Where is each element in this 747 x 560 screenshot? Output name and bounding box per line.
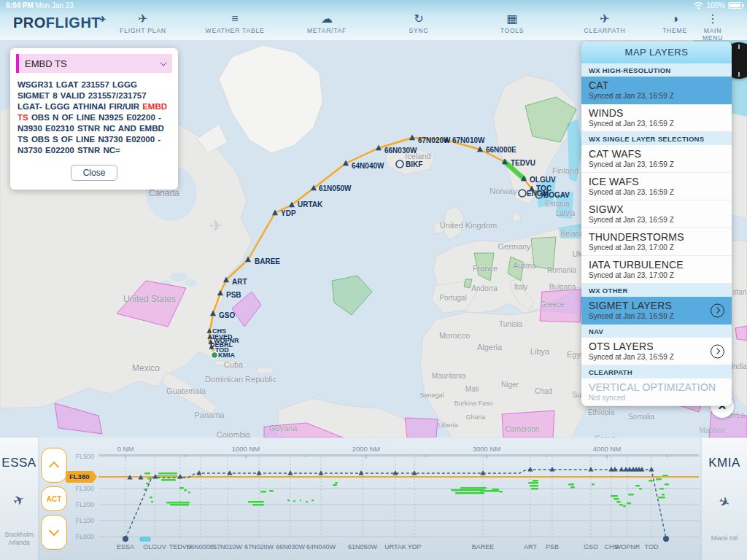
country-label: Austria <box>513 262 535 270</box>
layer-item-ots-layers[interactable]: OTS LAYERSSynced at Jan 23, 16:59 Z <box>581 338 732 365</box>
country-label: Canada <box>149 188 179 198</box>
country-label: Tunisia <box>499 320 522 328</box>
sigmet-type-value: EMBD TS <box>25 58 67 69</box>
chevron-right-circle-icon[interactable] <box>711 344 724 358</box>
country-label: Estonia <box>545 200 569 208</box>
layer-sync-status: Synced at Jan 23, 16:59 Z <box>589 188 724 196</box>
country-label: Chad <box>535 387 552 395</box>
layers-section-header: NAV <box>581 324 732 338</box>
country-label: Cuba <box>224 360 243 369</box>
battery-percent: 100% <box>706 1 725 9</box>
layer-sync-status: Synced at Jan 23, 16:59 Z <box>589 312 724 320</box>
svg-text:OLGUV: OLGUV <box>530 176 556 184</box>
profile-chart[interactable]: FL500FL300FL200FL100FL0000 NM1000 NM2000… <box>0 438 747 560</box>
layer-name: SIGMET LAYERS <box>589 300 724 311</box>
layer-item-cat-wafs[interactable]: CAT WAFSSynced at Jan 23, 16:59 Z <box>581 145 732 173</box>
layer-sync-status: Synced at Jan 23, 16:59 Z <box>589 216 724 224</box>
country-label: Bulgaria <box>549 283 576 291</box>
layers-section-header: WX OTHER <box>581 284 732 297</box>
battery-icon <box>728 2 743 9</box>
nav-item-clearpath[interactable]: ✈CLEARPATH <box>584 12 626 34</box>
layer-item-sigmet-layers[interactable]: SIGMET LAYERSSynced at Jan 23, 16:59 Z <box>581 297 732 324</box>
country-label: Morocco <box>439 331 470 340</box>
sigmet-type-dropdown[interactable]: EMBD TS <box>16 54 172 73</box>
layer-name: WINDS <box>589 107 724 119</box>
origin-panel: ESSA ✈ StockholmArlanda <box>0 438 38 560</box>
country-label: Norway <box>489 187 516 195</box>
layer-name: THUNDERSTORMS <box>589 231 724 243</box>
plane-icon: ✈ <box>120 12 166 25</box>
layer-item-thunderstorms[interactable]: THUNDERSTORMSSynced at Jan 23, 17:00 Z <box>581 228 732 256</box>
nav-item-main-menu[interactable]: ⋮MAIN MENU <box>696 12 730 42</box>
sigmet-close-button[interactable]: Close <box>71 165 118 181</box>
nav-item-metar-taf[interactable]: ☁METAR/TAF <box>307 12 347 34</box>
top-navigation-bar: 6:04 PM Mon Jan 23 100% PROFLIGHT✈ ✈FLIG… <box>0 0 747 40</box>
country-label: stan <box>733 288 747 296</box>
svg-text:YDP: YDP <box>281 209 296 217</box>
destination-panel: KMIA ✈ Miami Intl <box>702 438 747 560</box>
svg-text:PSB: PSB <box>226 291 241 299</box>
proflight-logo[interactable]: PROFLIGHT✈ <box>13 15 108 31</box>
country-label: Kenya <box>595 435 616 438</box>
nav-item-tools[interactable]: ▦TOOLS <box>500 12 525 34</box>
sigmet-text-before: WSGR31 LGAT 231557 LGGG SIGMET 8 VALID 2… <box>18 80 147 111</box>
layer-item-sigwx[interactable]: SIGWXSynced at Jan 23, 16:59 Z <box>581 201 732 228</box>
nav-item-label: METAR/TAF <box>307 27 347 34</box>
nav-item-flight-plan[interactable]: ✈FLIGHT PLAN <box>120 12 166 34</box>
svg-text:TQC: TQC <box>536 184 551 192</box>
country-label: Somalia <box>628 413 654 421</box>
country-label: Greece <box>541 300 565 308</box>
layer-item-cat[interactable]: CATSynced at Jan 23, 16:59 Z <box>581 77 732 104</box>
country-label: India <box>731 362 747 370</box>
country-label: Algeria <box>477 343 502 351</box>
origin-code: ESSA <box>0 456 38 470</box>
layer-name: VERTICAL OPTIMIZATION <box>589 381 724 393</box>
layer-sync-status: Synced at Jan 23, 17:00 Z <box>589 244 724 252</box>
svg-text:66N000E: 66N000E <box>187 543 214 551</box>
country-label: Ghana <box>465 413 485 421</box>
nav-item-weather-table[interactable]: ≡WEATHER TABLE <box>206 12 265 34</box>
list-icon: ≡ <box>206 12 265 25</box>
sync-icon: ↻ <box>409 12 429 25</box>
cloud-icon: ☁ <box>307 12 347 25</box>
country-label: United Kingdom <box>440 221 497 230</box>
nav-item-theme[interactable]: ◑THEME <box>662 12 687 34</box>
act-button[interactable]: ACT <box>41 486 67 511</box>
altitude-up-button[interactable] <box>41 448 67 483</box>
country-label: Portugal <box>439 294 466 302</box>
nav-item-sync[interactable]: ↻SYNC <box>409 12 429 34</box>
country-label: Germany <box>498 242 530 251</box>
nav-item-label: FLIGHT PLAN <box>120 27 166 34</box>
country-label: Mali <box>465 385 479 393</box>
country-label: Liberia <box>438 421 457 429</box>
svg-text:67N010W: 67N010W <box>213 543 243 551</box>
proflight-app: 6:04 PM Mon Jan 23 100% PROFLIGHT✈ ✈FLIG… <box>0 0 747 560</box>
map-layers-panel: MAP LAYERS WX HIGH-RESOLUTIONCATSynced a… <box>581 42 732 406</box>
chevron-up-icon <box>49 462 59 472</box>
svg-text:BAREE: BAREE <box>472 543 495 551</box>
departure-icon: ✈ <box>0 485 39 516</box>
country-label: Latvia <box>556 209 576 217</box>
country-label: Burkina Faso <box>454 400 492 407</box>
svg-text:66N000E: 66N000E <box>486 146 516 154</box>
chevron-right-circle-icon[interactable] <box>711 303 724 317</box>
layer-item-winds[interactable]: WINDSSynced at Jan 23, 16:59 Z <box>581 104 732 132</box>
layer-item-vertical-optimization[interactable]: VERTICAL OPTIMIZATIONNot synced <box>581 378 732 406</box>
chevron-down-icon <box>160 59 166 66</box>
country-label: Dominican Republic <box>205 375 276 384</box>
svg-text:FL500: FL500 <box>75 453 94 460</box>
layer-sync-status: Synced at Jan 23, 16:59 Z <box>589 120 724 128</box>
layer-item-ice-wafs[interactable]: ICE WAFSSynced at Jan 23, 16:59 Z <box>581 173 732 201</box>
layer-item-iata-turbulence[interactable]: IATA TURBULENCESynced at Jan 23, 17:00 Z <box>581 256 732 284</box>
nav-item-label: THEME <box>662 27 687 34</box>
layer-sync-status: Synced at Jan 23, 17:00 Z <box>589 271 724 279</box>
layer-name: CAT WAFS <box>589 148 724 160</box>
layer-name: SIGWX <box>589 203 724 215</box>
svg-text:ESSA: ESSA <box>117 543 134 551</box>
svg-text:BAREE: BAREE <box>255 257 280 265</box>
altitude-down-button[interactable] <box>41 515 67 550</box>
country-label: Mauritania <box>432 372 466 380</box>
selected-flight-level-badge[interactable]: FL380 <box>66 471 97 483</box>
status-bar: 6:04 PM Mon Jan 23 100% <box>0 0 747 11</box>
plane-icon: ✈ <box>584 12 626 25</box>
